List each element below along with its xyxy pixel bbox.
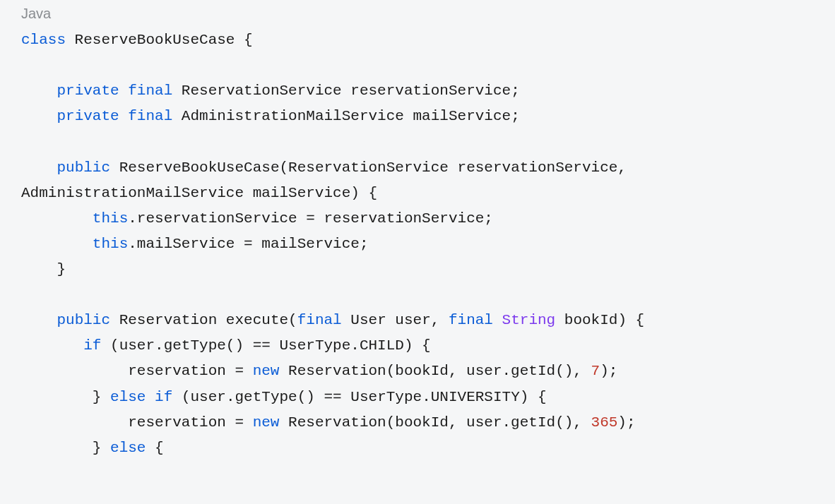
code-token (21, 160, 57, 176)
code-token: .mailService = mailService; (128, 236, 368, 252)
code-token: String (502, 312, 556, 328)
code-token (21, 210, 93, 227)
language-label: Java (21, 6, 814, 22)
code-block: Java class ReserveBookUseCase { private … (0, 0, 835, 475)
code-token: bookId) { (555, 312, 644, 328)
code-token: ReserveBookUseCase { (66, 32, 253, 48)
code-token (21, 337, 83, 354)
code-token: reservation = (21, 414, 253, 431)
code-token: } (21, 261, 66, 277)
code-token: if (155, 389, 172, 405)
code-token: final (128, 83, 172, 99)
code-token (493, 312, 502, 328)
code-token: Reservation(bookId, user.getId(), (279, 363, 591, 379)
code-token: User user, (342, 312, 449, 328)
code-token: .reservationService = reservationService… (128, 210, 493, 227)
code-token: private (57, 83, 119, 99)
code-token: if (83, 337, 101, 354)
code-token: } (21, 440, 110, 456)
code-token: 365 (591, 414, 618, 431)
code-token (21, 312, 57, 328)
code-token (21, 236, 93, 252)
code-token: this (93, 210, 128, 227)
code-token: private (57, 108, 119, 124)
code-token: ); (617, 414, 635, 431)
code-token: ); (600, 363, 617, 379)
code-content: class ReserveBookUseCase { private final… (21, 28, 814, 461)
code-token: reservation = (21, 363, 253, 379)
code-token: final (297, 312, 342, 328)
code-token: AdministrationMailService mailService; (172, 108, 519, 124)
code-token: this (93, 236, 128, 252)
code-token: Reservation(bookId, user.getId(), (279, 414, 591, 431)
code-token: } (21, 389, 110, 405)
code-token: ReserveBookUseCase(ReservationService re… (110, 160, 636, 176)
code-token (119, 108, 129, 124)
code-token: else (110, 389, 146, 405)
code-token: new (253, 363, 280, 379)
code-token: ReservationService reservationService; (172, 83, 519, 99)
code-token: new (253, 414, 280, 431)
code-token: 7 (591, 363, 600, 379)
code-token: final (128, 108, 172, 124)
code-token: (user.getType() == UserType.CHILD) { (101, 337, 430, 354)
code-token: public (57, 312, 110, 328)
code-token: public (57, 160, 110, 176)
code-token: AdministrationMailService mailService) { (21, 185, 377, 201)
code-token: else (110, 440, 146, 456)
code-token: class (21, 32, 66, 48)
code-token (21, 108, 57, 124)
code-token: Reservation execute( (110, 312, 297, 328)
code-token: final (449, 312, 493, 328)
code-token (146, 389, 155, 405)
code-token: { (146, 440, 163, 456)
code-token: (user.getType() == UserType.UNIVERSITY) … (172, 389, 546, 405)
code-token (21, 83, 57, 99)
code-token (119, 83, 129, 99)
